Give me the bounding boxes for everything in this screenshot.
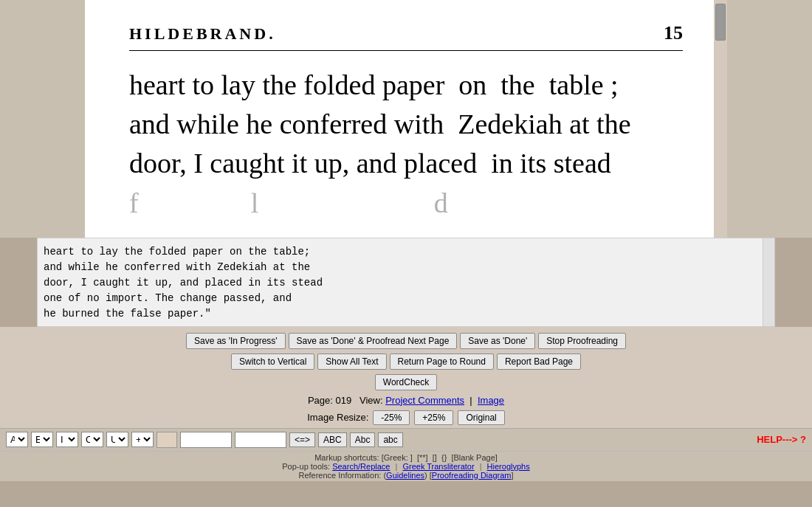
save-in-progress-button[interactable]: Save as 'In Progress' <box>186 333 286 349</box>
search-replace-link[interactable]: Search/Replace <box>332 462 390 471</box>
hieroglyphs-link[interactable]: Hieroglyphs <box>487 462 530 471</box>
buttons-section: Save as 'In Progress' Save as 'Done' & P… <box>0 327 812 428</box>
scrollbar-thumb[interactable] <box>715 4 726 41</box>
shortcuts-popup: Pop-up tools: Search/Replace | Greek Tra… <box>0 462 812 471</box>
char-selector-a: A <box>6 432 28 447</box>
original-button[interactable]: Original <box>458 410 504 425</box>
text-edit-area: heart to lay the folded paper on the tab… <box>37 238 775 327</box>
proofreading-diagram-link[interactable]: Proofreading Diagram <box>432 471 512 480</box>
page-header: HILDEBRAND. 15 <box>129 22 683 51</box>
save-done-proofread-button[interactable]: Save as 'Done' & Proofread Next Page <box>289 333 458 349</box>
page-info: Page: 019 View: Project Comments | Image <box>308 395 504 406</box>
char-select-i[interactable]: I <box>56 432 78 447</box>
save-done-button[interactable]: Save as 'Done' <box>460 333 535 349</box>
book-page: HILDEBRAND. 15 heart to lay the folded p… <box>85 0 727 238</box>
button-row-1: Save as 'In Progress' Save as 'Done' & P… <box>186 333 626 349</box>
image-link[interactable]: Image <box>478 395 504 406</box>
greek-transliterator-link[interactable]: Greek Transliterator <box>402 462 474 471</box>
char-color-box <box>156 432 177 448</box>
shortcuts-reference: Reference Information: (Guidelines) [Pro… <box>0 471 812 480</box>
char-selector-i: I <box>56 432 78 447</box>
page-title: HILDEBRAND. <box>129 24 276 44</box>
special-char-button[interactable]: <=> <box>289 432 315 447</box>
stop-proofreading-button[interactable]: Stop Proofreading <box>538 333 626 349</box>
switch-to-vertical-button[interactable]: Switch to Vertical <box>231 353 314 370</box>
report-bad-page-button[interactable]: Report Bad Page <box>497 353 581 370</box>
textarea-scrollbar[interactable] <box>763 238 774 326</box>
return-page-to-round-button[interactable]: Return Page to Round <box>390 353 494 370</box>
scrollbar[interactable] <box>714 0 727 238</box>
resize-row: Image Resize: -25% +25% Original <box>307 410 505 425</box>
button-row-wordcheck: WordCheck <box>375 374 437 390</box>
char-selector-o: O <box>81 432 103 447</box>
guidelines-link[interactable]: Guidelines <box>386 471 424 480</box>
shortcuts-markup: Markup shortcuts: [Greek: ] [**] [] {} [… <box>0 453 812 462</box>
project-comments-link[interactable]: Project Comments <box>385 395 464 406</box>
search-input-2[interactable] <box>235 432 286 448</box>
char-select-plus[interactable]: + <box>131 432 154 447</box>
char-selector-e: E <box>31 432 53 447</box>
page-display: HILDEBRAND. 15 heart to lay the folded p… <box>0 0 812 238</box>
search-input-1[interactable] <box>180 432 232 448</box>
abc-upper-button[interactable]: ABC <box>318 432 347 447</box>
char-select-o[interactable]: O <box>81 432 103 447</box>
view-label: View: <box>359 395 383 406</box>
minus25-button[interactable]: -25% <box>373 410 410 425</box>
char-selector-u: U <box>106 432 128 447</box>
plus25-button[interactable]: +25% <box>414 410 453 425</box>
proofreading-textarea[interactable]: heart to lay the folded paper on the tab… <box>38 238 774 323</box>
char-select-u[interactable]: U <box>106 432 128 447</box>
char-select-a[interactable]: A <box>6 432 28 447</box>
image-resize-label: Image Resize: <box>307 412 368 423</box>
main-area: HILDEBRAND. 15 heart to lay the folded p… <box>0 0 812 507</box>
char-selector-plus: + <box>131 432 154 447</box>
abc-title-button[interactable]: Abc <box>350 432 376 447</box>
button-row-2: Switch to Vertical Show All Text Return … <box>231 353 581 370</box>
help-link[interactable]: HELP---> ? <box>757 434 806 445</box>
abc-lower-button[interactable]: abc <box>378 432 402 447</box>
show-all-text-button[interactable]: Show All Text <box>317 353 386 370</box>
wordcheck-button[interactable]: WordCheck <box>375 374 437 390</box>
page-label: Page: 019 <box>308 395 351 406</box>
char-select-e[interactable]: E <box>31 432 53 447</box>
bottom-toolbar: A E I O U + <box>0 428 812 451</box>
bottom-info: Markup shortcuts: [Greek: ] [**] [] {} [… <box>0 451 812 481</box>
book-text: heart to lay the folded paper on the tab… <box>129 66 683 223</box>
page-number: 15 <box>664 22 683 44</box>
page-display-wrapper: HILDEBRAND. 15 heart to lay the folded p… <box>85 0 727 238</box>
